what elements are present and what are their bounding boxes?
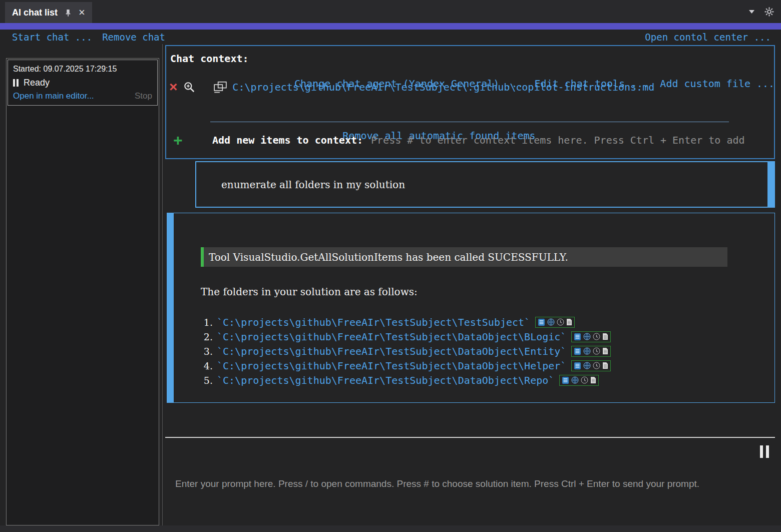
globe-icon[interactable] xyxy=(583,362,591,369)
folder-number: 4. xyxy=(201,360,213,371)
remove-chat-button[interactable]: Remove chat xyxy=(102,32,165,43)
stop-link[interactable]: Stop xyxy=(135,91,152,101)
folder-actions[interactable] xyxy=(559,375,599,386)
globe-icon[interactable] xyxy=(583,333,591,340)
user-message-bubble: enumerate all folders in my solution xyxy=(195,161,775,208)
clipboard-icon[interactable] xyxy=(574,362,581,370)
folder-list-item: 1. `C:\projects\github\FreeAIr\TestSubje… xyxy=(201,315,611,329)
pin-icon[interactable] xyxy=(65,9,72,17)
chat-context-label: Chat context: xyxy=(170,53,249,65)
clipboard-icon[interactable] xyxy=(538,318,545,326)
globe-icon[interactable] xyxy=(547,318,555,326)
folder-number: 1. xyxy=(201,317,213,328)
folder-list-item: 4. `C:\projects\github\FreeAIr\TestSubje… xyxy=(201,358,611,373)
clipboard-icon[interactable] xyxy=(562,376,569,384)
folder-list: 1. `C:\projects\github\FreeAIr\TestSubje… xyxy=(201,315,611,387)
clipboard-icon[interactable] xyxy=(574,347,581,355)
assistant-message-accent-bar xyxy=(167,213,174,402)
clock-icon[interactable] xyxy=(593,333,600,340)
close-icon[interactable]: × xyxy=(79,7,85,18)
context-item-path[interactable]: C:\projects\github\FreeAIr\TestSubject\.… xyxy=(232,81,654,93)
folder-actions[interactable] xyxy=(535,317,575,328)
chat-status-label: Ready xyxy=(24,78,50,88)
document-icon[interactable] xyxy=(602,347,608,355)
gear-icon[interactable] xyxy=(764,7,774,17)
tool-call-status: Tool VisualStudio.GetAllSolutionItems ha… xyxy=(201,247,727,267)
sidebar-divider xyxy=(162,44,163,525)
context-divider xyxy=(210,122,729,122)
globe-icon[interactable] xyxy=(583,347,591,355)
bottom-strip xyxy=(0,525,781,532)
folder-list-item: 2. `C:\projects\github\FreeAIr\TestSubje… xyxy=(201,329,611,344)
folder-path: `C:\projects\github\FreeAIr\TestSubject\… xyxy=(217,360,566,372)
chevron-down-icon[interactable] xyxy=(749,10,754,14)
open-control-center-button[interactable]: Open contol center ... xyxy=(645,32,771,43)
folder-path: `C:\projects\github\FreeAIr\TestSubject\… xyxy=(217,316,530,328)
pause-icon xyxy=(13,79,19,87)
chat-list-sidebar: Started: 09.07.2025 17:29:15 Ready Open … xyxy=(6,58,159,525)
document-icon[interactable] xyxy=(590,376,596,384)
user-message-accent-bar xyxy=(767,162,774,207)
chat-started-label: Started: 09.07.2025 17:29:15 xyxy=(13,65,152,74)
add-context-input[interactable] xyxy=(370,134,769,147)
folder-path: `C:\projects\github\FreeAIr\TestSubject\… xyxy=(217,331,566,343)
add-custom-file-link[interactable]: Add custom file ... xyxy=(660,77,774,90)
assistant-message-bubble: Tool VisualStudio.GetAllSolutionItems ha… xyxy=(167,213,775,403)
prompt-input[interactable] xyxy=(174,472,769,495)
remove-item-icon[interactable]: × xyxy=(169,80,177,94)
clock-icon[interactable] xyxy=(593,362,600,369)
assistant-intro-text: The folders in your solution are as foll… xyxy=(201,286,418,298)
zoom-icon[interactable] xyxy=(183,81,195,93)
clock-icon[interactable] xyxy=(581,376,588,384)
document-copy-icon[interactable] xyxy=(213,81,227,93)
folder-actions[interactable] xyxy=(571,360,611,371)
globe-icon[interactable] xyxy=(571,376,579,384)
chat-toolbar: Start chat ... Remove chat Open contol c… xyxy=(0,30,781,44)
folder-path: `C:\projects\github\FreeAIr\TestSubject\… xyxy=(217,374,554,386)
ai-chat-window: AI chat list × Start chat ... Remove cha… xyxy=(0,0,781,532)
user-message-text: enumerate all folders in my solution xyxy=(221,179,405,191)
open-in-main-editor-link[interactable]: Open in main editor... xyxy=(13,91,94,101)
folder-list-item: 5. `C:\projects\github\FreeAIr\TestSubje… xyxy=(201,373,611,387)
start-chat-button[interactable]: Start chat ... xyxy=(12,32,92,43)
folder-path: `C:\projects\github\FreeAIr\TestSubject\… xyxy=(217,345,566,357)
clock-icon[interactable] xyxy=(593,347,600,355)
clipboard-icon[interactable] xyxy=(574,333,581,341)
folder-list-item: 3. `C:\projects\github\FreeAIr\TestSubje… xyxy=(201,344,611,358)
folder-number: 3. xyxy=(201,346,213,357)
plus-icon[interactable]: + xyxy=(173,132,184,148)
folder-number: 2. xyxy=(201,331,213,342)
chat-context-panel: Chat context: Change chat agent (Yandex … xyxy=(165,45,775,159)
clock-icon[interactable] xyxy=(557,318,564,326)
pause-button[interactable] xyxy=(760,445,769,458)
folder-actions[interactable] xyxy=(571,346,611,357)
window-title: AI chat list xyxy=(12,8,58,18)
add-context-label: Add new items to context: xyxy=(212,134,363,146)
chat-list-item[interactable]: Started: 09.07.2025 17:29:15 Ready Open … xyxy=(8,60,158,106)
folder-actions[interactable] xyxy=(571,331,611,342)
accent-strip xyxy=(0,23,781,30)
folder-number: 5. xyxy=(201,375,213,386)
titlebar: AI chat list × xyxy=(0,0,781,23)
document-icon[interactable] xyxy=(602,333,608,340)
document-icon[interactable] xyxy=(602,362,608,369)
document-icon[interactable] xyxy=(566,318,572,326)
prompt-divider xyxy=(165,437,775,438)
tool-window-tab[interactable]: AI chat list × xyxy=(5,2,92,23)
